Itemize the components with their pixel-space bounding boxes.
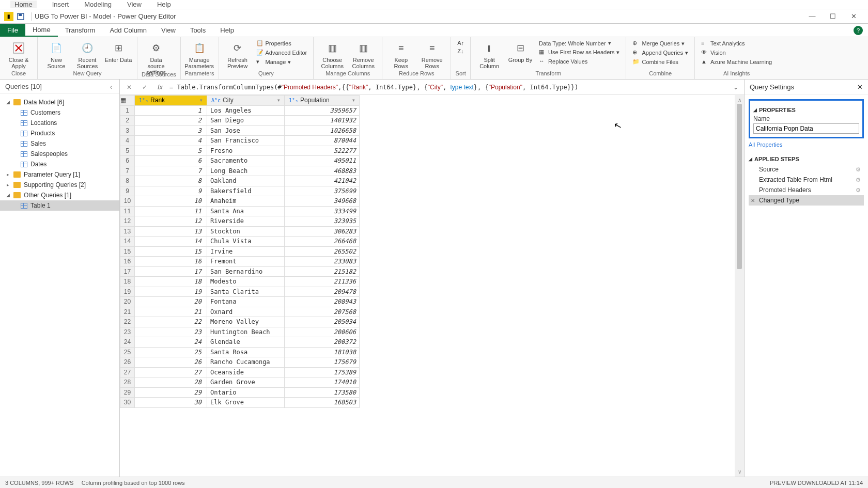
sort-desc-button[interactable]: Z↓ xyxy=(455,48,466,55)
data-type-button[interactable]: Data Type: Whole Number ▾ xyxy=(537,39,622,47)
table-row[interactable]: 2323Huntington Beach200606 xyxy=(120,327,360,337)
table-row[interactable]: 1818Modesto211336 xyxy=(120,277,360,287)
table-row[interactable]: 55Fresno522277 xyxy=(120,146,360,156)
applied-step[interactable]: ✕Changed Type xyxy=(749,195,864,206)
all-properties-link[interactable]: All Properties xyxy=(749,141,864,148)
save-icon[interactable] xyxy=(17,12,25,21)
advanced-editor-button[interactable]: 📝Advanced Editor xyxy=(254,49,309,57)
tab-file[interactable]: File xyxy=(0,24,25,37)
replace-values-button[interactable]: ↔Replace Values xyxy=(537,57,622,66)
table-row[interactable]: 1313Stockton306283 xyxy=(120,226,360,237)
tab-tools[interactable]: Tools xyxy=(183,24,213,37)
formula-commit-icon[interactable]: ✓ xyxy=(138,82,151,93)
table-row[interactable]: 2626Rancho Cucamonga175679 xyxy=(120,357,360,368)
table-row[interactable]: 1717San Bernardino215182 xyxy=(120,266,360,277)
recent-sources-button[interactable]: 🕘Recent Sources xyxy=(73,39,102,69)
table-row[interactable]: 44San Francisco870044 xyxy=(120,136,360,146)
table-row[interactable]: 2121Oxnard207568 xyxy=(120,307,360,317)
table-row[interactable]: 1111Santa Ana333499 xyxy=(120,206,360,216)
table-row[interactable]: 99Bakersfield375699 xyxy=(120,186,360,196)
applied-step[interactable]: Extracted Table From Html⚙ xyxy=(749,175,864,185)
manage-button[interactable]: ▾Manage ▾ xyxy=(254,58,309,66)
table-row[interactable]: 2727Oceanside175389 xyxy=(120,367,360,377)
tab-home[interactable]: Home xyxy=(25,24,58,37)
keep-rows-button[interactable]: ≡Keep Rows xyxy=(386,39,415,69)
table-row[interactable]: 2222Moreno Valley205034 xyxy=(120,317,360,327)
grid-corner[interactable]: ▦ xyxy=(120,96,135,106)
queries-item[interactable]: Table 1 xyxy=(0,200,119,211)
help-icon[interactable]: ? xyxy=(854,26,863,35)
tab-view[interactable]: View xyxy=(154,24,183,37)
table-row[interactable]: 2525Santa Rosa181038 xyxy=(120,347,360,357)
queries-group[interactable]: ▸Supporting Queries [2] xyxy=(0,180,119,190)
formula-text[interactable]: = Table.TransformColumnTypes(#"Promoted … xyxy=(169,84,727,91)
tab-transform[interactable]: Transform xyxy=(58,24,103,37)
table-row[interactable]: 1616Fremont233083 xyxy=(120,257,360,267)
choose-columns-button[interactable]: ▥Choose Columns xyxy=(318,39,347,69)
applied-step[interactable]: Promoted Headers⚙ xyxy=(749,185,864,195)
queries-group[interactable]: ◢Other Queries [1] xyxy=(0,190,119,200)
table-row[interactable]: 1515Irvine265502 xyxy=(120,246,360,257)
group-by-button[interactable]: ⊟Group By xyxy=(506,39,535,63)
applied-steps-header[interactable]: ◢APPLIED STEPS xyxy=(749,156,864,162)
table-row[interactable]: 88Oakland421042 xyxy=(120,176,360,186)
tab-help[interactable]: Help xyxy=(213,24,241,37)
queries-item[interactable]: Salespeoples xyxy=(0,149,119,159)
table-row[interactable]: 77Long Beach468883 xyxy=(120,166,360,176)
column-header-city[interactable]: AᴮcCity▾ xyxy=(207,96,285,106)
queries-item[interactable]: Sales xyxy=(0,138,119,149)
bg-menu-help[interactable]: Help xyxy=(157,1,171,8)
close-window-button[interactable]: ✕ xyxy=(843,9,864,24)
bg-menu-insert[interactable]: Insert xyxy=(52,1,69,8)
remove-rows-button[interactable]: ≡Remove Rows xyxy=(417,39,446,69)
scroll-up-icon[interactable]: ∧ xyxy=(738,97,741,103)
queries-item[interactable]: Products xyxy=(0,128,119,138)
minimize-button[interactable]: — xyxy=(802,9,823,24)
table-row[interactable]: 33San Jose1026658 xyxy=(120,125,360,136)
properties-button[interactable]: 📋Properties xyxy=(254,39,309,48)
table-row[interactable]: 2828Garden Grove174010 xyxy=(120,377,360,388)
queries-group[interactable]: ◢Data Model [6] xyxy=(0,97,119,107)
close-apply-button[interactable]: Close & Apply xyxy=(4,39,33,69)
table-row[interactable]: 1414Chula Vista266468 xyxy=(120,237,360,247)
vertical-scrollbar[interactable]: ∧ ∨ xyxy=(735,95,744,477)
data-grid[interactable]: ▦1²₃Rank▾AᴮcCity▾1²₃Population▾ 11Los An… xyxy=(120,95,735,477)
queries-collapse-icon[interactable]: ‹ xyxy=(108,83,114,91)
scrollbar-thumb[interactable] xyxy=(737,104,742,269)
azure-ml-button[interactable]: ▲Azure Machine Learning xyxy=(699,58,774,66)
vision-button[interactable]: 👁Vision xyxy=(699,49,774,57)
queries-item[interactable]: Locations xyxy=(0,118,119,128)
fx-icon[interactable]: fx xyxy=(154,82,166,93)
enter-data-button[interactable]: ⊞Enter Data xyxy=(104,39,133,63)
refresh-preview-button[interactable]: ⟳Refresh Preview xyxy=(223,39,252,69)
table-row[interactable]: 2020Fontana208943 xyxy=(120,297,360,307)
queries-item[interactable]: Dates xyxy=(0,159,119,169)
table-row[interactable]: 2929Ontario173580 xyxy=(120,387,360,398)
text-analytics-button[interactable]: ≡Text Analytics xyxy=(699,39,774,48)
formula-cancel-icon[interactable]: ✕ xyxy=(123,82,135,93)
sort-asc-button[interactable]: A↑ xyxy=(455,39,466,46)
table-row[interactable]: 11Los Angeles3959657 xyxy=(120,105,360,116)
bg-menu-view[interactable]: View xyxy=(127,1,142,8)
properties-section-header[interactable]: ◢PROPERTIES xyxy=(753,107,859,113)
new-source-button[interactable]: 📄New Source xyxy=(42,39,71,69)
applied-step[interactable]: Source⚙ xyxy=(749,164,864,175)
remove-columns-button[interactable]: ▥Remove Columns xyxy=(349,39,378,69)
table-row[interactable]: 22San Diego1401932 xyxy=(120,116,360,126)
table-row[interactable]: 1010Anaheim349668 xyxy=(120,196,360,207)
combine-files-button[interactable]: 📁Combine Files xyxy=(630,58,690,66)
queries-item[interactable]: Customers xyxy=(0,107,119,118)
merge-queries-button[interactable]: ⊕Merge Queries ▾ xyxy=(630,39,690,48)
first-row-headers-button[interactable]: ▦Use First Row as Headers ▾ xyxy=(537,48,622,56)
column-header-population[interactable]: 1²₃Population▾ xyxy=(285,96,360,106)
split-column-button[interactable]: ⫿Split Column xyxy=(475,39,504,69)
query-name-input[interactable] xyxy=(753,123,859,134)
queries-group[interactable]: ▸Parameter Query [1] xyxy=(0,169,119,180)
column-header-rank[interactable]: 1²₃Rank▾ xyxy=(135,96,207,106)
append-queries-button[interactable]: ⊕Append Queries ▾ xyxy=(630,49,690,57)
table-row[interactable]: 66Sacramento495011 xyxy=(120,156,360,166)
maximize-button[interactable]: ☐ xyxy=(823,9,843,24)
bg-menu-modeling[interactable]: Modeling xyxy=(84,1,112,8)
table-row[interactable]: 1212Riverside323935 xyxy=(120,216,360,227)
query-settings-close-icon[interactable]: ✕ xyxy=(857,83,863,91)
